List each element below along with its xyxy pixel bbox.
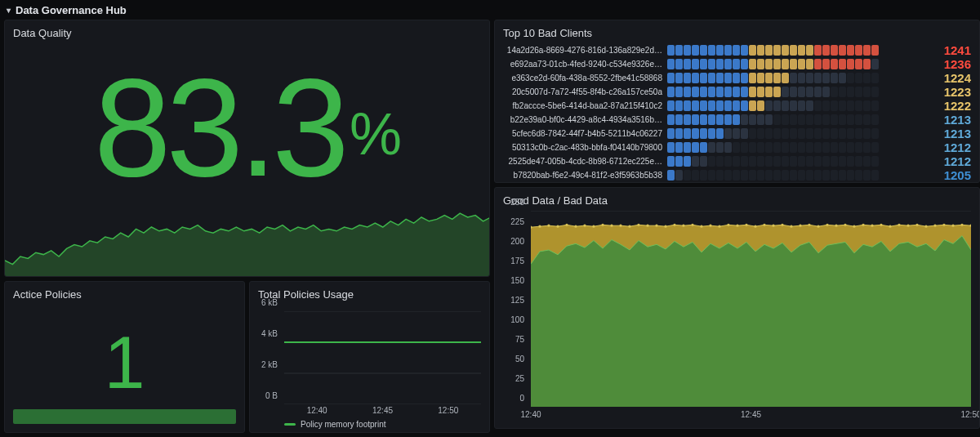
bad-client-value: 1212	[932, 140, 971, 154]
bad-client-bars	[667, 100, 927, 111]
panel-title: Good Data / Bad Data	[495, 188, 979, 207]
svg-point-34	[691, 224, 693, 226]
bad-client-value: 1213	[932, 113, 971, 127]
svg-point-54	[871, 225, 873, 227]
bad-client-label: fb2accce-5be6-414d-baa2-87a215f410c2	[503, 101, 662, 110]
bad-client-bars	[667, 45, 927, 56]
bad-client-row: fb2accce-5be6-414d-baa2-87a215f410c21222	[503, 99, 971, 113]
active-policies-bar	[13, 409, 236, 424]
svg-point-61	[933, 225, 936, 227]
bad-client-value: 1205	[932, 168, 971, 182]
svg-point-22	[583, 225, 586, 227]
bad-client-bars	[667, 59, 927, 69]
bad-client-bars	[667, 114, 927, 125]
active-policies-value: 1	[5, 321, 244, 405]
svg-point-29	[646, 225, 648, 227]
bad-client-label: b7820bab-f6e2-49c4-81f2-e3f5963b5b38	[503, 171, 662, 180]
bad-client-value: 1224	[932, 71, 971, 85]
svg-point-31	[664, 225, 666, 228]
bad-client-row: 50313c0b-c2ac-483b-bbfa-f04140b798001212	[503, 140, 971, 154]
bad-client-label: e692aa73-01cb-4fed-9240-c534e9326e…	[503, 60, 662, 69]
bad-client-value: 1213	[932, 127, 971, 140]
svg-point-46	[799, 225, 801, 227]
panel-good-bad[interactable]: Good Data / Bad Data 0255075100125150175…	[494, 187, 980, 429]
bad-client-label: 5cfec6d8-7842-44f7-b4b5-5211b4c06227	[503, 129, 662, 138]
bad-client-label: 14a2d26a-8669-4276-816d-136a829e2d…	[503, 46, 662, 55]
svg-point-35	[700, 225, 702, 228]
svg-point-17	[538, 225, 541, 228]
svg-point-28	[637, 224, 639, 226]
bad-client-value: 1241	[932, 43, 971, 57]
panel-title: Total Policies Usage	[250, 282, 489, 301]
bad-client-bars	[667, 87, 927, 97]
svg-point-63	[951, 225, 954, 227]
panel-bad-clients[interactable]: Top 10 Bad Clients 14a2d26a-8669-4276-81…	[494, 20, 980, 183]
svg-point-23	[592, 225, 595, 228]
panel-data-quality[interactable]: Data Quality 83.3%	[4, 20, 490, 277]
svg-point-60	[924, 225, 927, 228]
data-quality-unit: %	[350, 101, 400, 167]
svg-point-27	[628, 225, 630, 228]
svg-point-48	[817, 225, 819, 228]
section-title: Data Governance Hub	[16, 4, 127, 16]
svg-point-33	[682, 225, 684, 227]
svg-point-37	[718, 225, 720, 228]
svg-point-19	[556, 225, 559, 228]
legend-label: Policy memory footprint	[301, 420, 385, 429]
svg-point-20	[565, 224, 568, 226]
svg-point-18	[547, 225, 550, 227]
panel-policies-usage[interactable]: Total Policies Usage 0 B2 kB4 kB6 kB 12:…	[249, 281, 490, 433]
bad-client-label: e363ce2d-60fa-438a-8552-2fbe41c58868	[503, 74, 662, 82]
svg-point-41	[754, 225, 756, 228]
bad-client-bars	[667, 156, 927, 167]
panel-title: Top 10 Bad Clients	[495, 20, 979, 39]
bad-client-label: 2525de47-005b-4cdc-8b98-6712ec225e…	[503, 157, 662, 166]
data-quality-value-wrap: 83.3%	[5, 58, 489, 197]
good-bad-y-axis: 0255075100125150175200225250	[503, 211, 528, 407]
svg-point-42	[763, 224, 765, 226]
svg-point-49	[826, 224, 828, 226]
bad-client-bars	[667, 128, 927, 139]
svg-point-30	[655, 225, 657, 227]
bad-client-label: 20c5007d-7a72-4f55-8f4b-c26a157ce50a	[503, 87, 662, 96]
svg-point-57	[898, 224, 900, 226]
svg-point-25	[610, 225, 612, 227]
bad-client-row: b7820bab-f6e2-49c4-81f2-e3f5963b5b381205	[503, 168, 971, 182]
svg-point-44	[781, 224, 783, 226]
svg-point-62	[942, 224, 945, 226]
svg-point-59	[915, 224, 918, 226]
section-header[interactable]: ▾ Data Governance Hub	[0, 0, 980, 20]
bad-client-bars	[667, 73, 927, 83]
svg-point-43	[772, 225, 774, 227]
svg-point-50	[835, 225, 837, 227]
bad-client-label: b22e39a0-bf0c-4429-a8c4-4934a3516b…	[503, 115, 662, 124]
bad-client-value: 1222	[932, 99, 971, 113]
svg-point-56	[889, 225, 891, 228]
svg-point-45	[790, 225, 792, 228]
svg-point-51	[844, 224, 846, 226]
panel-active-policies[interactable]: Actice Policies 1	[4, 281, 245, 433]
good-bad-x-axis: 12:4012:4512:50	[531, 410, 971, 421]
chevron-down-icon: ▾	[7, 6, 11, 15]
svg-point-36	[709, 225, 711, 227]
panel-title: Data Quality	[5, 20, 489, 39]
policies-usage-y-axis: 0 B2 kB4 kB6 kB	[250, 311, 281, 404]
bad-client-bars	[667, 142, 927, 153]
bad-clients-body: 14a2d26a-8669-4276-816d-136a829e2d…1241e…	[503, 43, 971, 176]
bad-client-row: 14a2d26a-8669-4276-816d-136a829e2d…1241	[503, 43, 971, 57]
bad-client-value: 1223	[932, 85, 971, 99]
data-quality-sparkline	[5, 198, 490, 276]
bad-client-row: 5cfec6d8-7842-44f7-b4b5-5211b4c062271213	[503, 127, 971, 140]
svg-point-26	[619, 225, 621, 227]
data-quality-value: 83.3	[94, 50, 345, 205]
policies-usage-plot	[284, 311, 481, 404]
panel-title: Actice Policies	[5, 282, 244, 301]
svg-point-53	[862, 224, 864, 226]
svg-point-52	[853, 225, 855, 228]
svg-point-24	[601, 224, 604, 226]
bad-client-bars	[667, 170, 927, 181]
svg-point-32	[673, 224, 675, 226]
svg-point-58	[906, 225, 909, 227]
svg-point-40	[745, 224, 747, 226]
policies-usage-legend: Policy memory footprint	[284, 420, 385, 429]
